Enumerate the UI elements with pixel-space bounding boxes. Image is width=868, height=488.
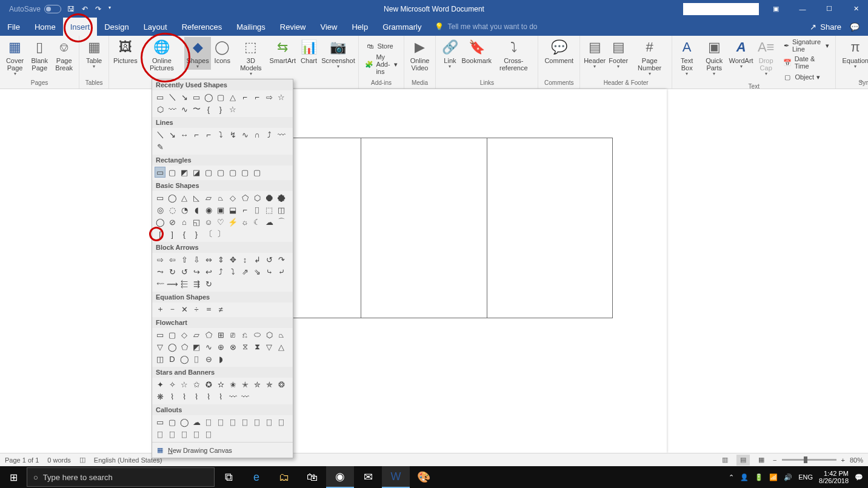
shape-ar-d[interactable]: ⇩	[191, 254, 202, 265]
quick-parts-button[interactable]: ▣Quick Parts▾	[699, 37, 729, 77]
shape-line-9[interactable]: ∩	[252, 129, 262, 140]
tab-review[interactable]: Review	[273, 18, 313, 36]
shape-fc-disp[interactable]: ◗	[215, 353, 226, 364]
shape-snip2[interactable]: ◪	[191, 167, 202, 178]
drop-cap-button[interactable]: A≡Drop Cap▾	[753, 37, 779, 77]
3d-models-button[interactable]: ⬚3D Models▾	[234, 37, 268, 77]
comments-pane-icon[interactable]: 💬	[850, 22, 860, 32]
save-icon[interactable]: 🖫	[67, 5, 75, 13]
edge-icon[interactable]: e	[242, 466, 270, 488]
tab-home[interactable]: Home	[27, 18, 63, 36]
zoom-slider[interactable]	[782, 459, 836, 461]
tab-help[interactable]: Help	[344, 18, 375, 36]
shapes-button[interactable]: ◆Shapes▾	[184, 37, 210, 70]
blank-page-button[interactable]: ▯Blank Page	[27, 37, 52, 72]
date-time-button[interactable]: 📅Date & Time	[779, 54, 833, 71]
shape-line-3[interactable]: ↔	[179, 129, 190, 140]
shape-tear[interactable]: ◉	[203, 204, 214, 215]
ms-store-icon[interactable]: 🛍	[298, 466, 326, 488]
equation-button[interactable]: πEquation▾	[838, 37, 868, 70]
shape-ar-cc[interactable]: ⟿	[167, 278, 178, 289]
status-words[interactable]: 0 words	[47, 456, 71, 464]
shape-cube2[interactable]: ⬚	[264, 204, 275, 215]
tab-insert[interactable]: Insert	[63, 18, 98, 36]
shape-line-12[interactable]: ✎	[155, 141, 165, 152]
shape-ar-ca[interactable]: ⤶	[276, 266, 287, 277]
mail-icon[interactable]: ✉	[354, 466, 382, 488]
chart-button[interactable]: 📊Chart	[298, 37, 321, 64]
shape-fc-coll[interactable]: ⧖	[239, 341, 250, 352]
shape-hept[interactable]: ⯃	[264, 192, 275, 203]
shape-ar-c9[interactable]: ⤷	[264, 266, 275, 277]
shape-rib-3[interactable]: ⌇	[191, 391, 202, 402]
shape-star[interactable]: ☆	[276, 92, 287, 102]
status-page[interactable]: Page 1 of 1	[5, 456, 39, 464]
shape-co-a[interactable]: ⎕	[264, 416, 275, 427]
shape-fc-data[interactable]: ▱	[191, 329, 202, 340]
tab-references[interactable]: References	[175, 18, 229, 36]
shape-fc-sort[interactable]: ⧗	[252, 341, 262, 352]
shape-fc-merge[interactable]: △	[276, 341, 287, 352]
shape-star-b[interactable]: ❂	[276, 379, 287, 390]
shape-dec[interactable]: ◎	[155, 204, 165, 215]
zoom-in-button[interactable]: +	[841, 456, 845, 464]
footer-button[interactable]: ▤Footer▾	[607, 37, 630, 70]
shape-star-c[interactable]: ❋	[155, 391, 165, 402]
shape-fc-stor[interactable]: ◫	[155, 353, 165, 364]
shape-fc-ext[interactable]: ▽	[264, 341, 275, 352]
shape-co-e[interactable]: ⎕	[179, 429, 190, 440]
comment-button[interactable]: 💬Comment	[541, 37, 577, 64]
tab-view[interactable]: View	[313, 18, 344, 36]
shape-ar-c8[interactable]: ⇘	[252, 266, 262, 277]
link-button[interactable]: 🔗Link▾	[438, 37, 461, 70]
shape-fc-alt[interactable]: ▢	[167, 329, 178, 340]
shape-eq[interactable]: ＝	[203, 304, 214, 315]
shape-roundrect[interactable]: ▢	[215, 92, 226, 102]
shape-co-6[interactable]: ⎕	[215, 416, 226, 427]
shape-fold[interactable]: ◱	[191, 216, 202, 227]
undo-icon[interactable]: ↶	[82, 5, 88, 13]
tell-me-search[interactable]: 💡 Tell me what you want to do	[435, 18, 537, 36]
file-explorer-icon[interactable]: 🗂	[270, 466, 298, 488]
icons-button[interactable]: ◯Icons	[211, 37, 234, 64]
paint-icon[interactable]: 🎨	[410, 466, 438, 488]
shape-cloud[interactable]: ☁	[264, 216, 275, 227]
shape-fc-man[interactable]: ⏢	[276, 329, 287, 340]
shape-dwave[interactable]: 〰	[239, 391, 250, 402]
shape-fc-pred[interactable]: ⬠	[203, 329, 214, 340]
shape-star-a[interactable]: ✯	[264, 379, 275, 390]
shape-arrow[interactable]: ⇨	[264, 92, 275, 102]
title-search-box[interactable]	[683, 3, 759, 15]
table-button[interactable]: ▦Table▾	[82, 37, 106, 70]
shape-star-8[interactable]: ✭	[239, 379, 250, 390]
signature-line-button[interactable]: ✒Signature Line ▾	[779, 37, 833, 54]
shape-ar-u2[interactable]: ↺	[264, 254, 275, 265]
page-break-button[interactable]: ⎊Page Break	[52, 37, 76, 72]
shape-fc-dec[interactable]: ◇	[179, 329, 190, 340]
shape-dbl-brc[interactable]: 〕	[215, 229, 226, 239]
shape-ar-bent[interactable]: ↲	[252, 254, 262, 265]
shape-fc-delay[interactable]: D	[167, 353, 178, 364]
shape-arc[interactable]: ⌒	[276, 216, 287, 227]
share-button[interactable]: ↗ Share	[810, 22, 841, 32]
shape-line-8[interactable]: ∿	[239, 129, 250, 140]
shape-minus[interactable]: －	[167, 304, 178, 315]
shape-fc-int[interactable]: ⊞	[215, 329, 226, 340]
page-number-button[interactable]: #Page Number▾	[630, 37, 669, 77]
shape-ar-lr[interactable]: ⇔	[203, 254, 214, 265]
shape-ar-c7[interactable]: ⇗	[239, 266, 250, 277]
shape-co-b[interactable]: ⎕	[276, 416, 287, 427]
shape-co-d[interactable]: ⎕	[167, 429, 178, 440]
read-mode-button[interactable]: ▥	[718, 455, 732, 466]
table-cell[interactable]	[361, 138, 487, 318]
shape-triangle[interactable]: △	[227, 92, 238, 102]
shape-ar-c5[interactable]: ⤴	[215, 266, 226, 277]
shape-tri2[interactable]: △	[179, 192, 190, 203]
shape-l[interactable]: ⌐	[239, 92, 250, 102]
shape-oct[interactable]: ⯄	[276, 192, 287, 203]
shape-rect[interactable]: ▭	[191, 92, 202, 102]
tray-lang[interactable]: ENG	[798, 473, 813, 481]
tab-design[interactable]: Design	[97, 18, 136, 36]
tab-file[interactable]: File	[0, 18, 27, 36]
shape-snip1[interactable]: ◩	[179, 167, 190, 178]
